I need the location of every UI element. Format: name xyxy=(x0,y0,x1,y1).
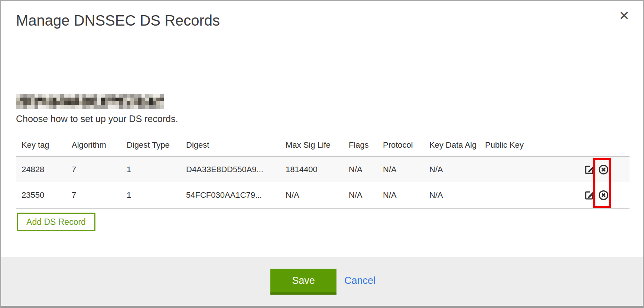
col-header-key-data-alg: Key Data Alg xyxy=(424,134,479,156)
manage-dnssec-modal: Manage DNSSEC DS Records ✕ Choose how to… xyxy=(0,0,644,308)
redacted-domain-name xyxy=(16,94,164,109)
cell-digest-type: 1 xyxy=(121,156,180,182)
cell-key-data-alg: N/A xyxy=(424,156,479,182)
edit-pencil-icon xyxy=(584,164,595,175)
save-button[interactable]: Save xyxy=(270,269,336,295)
cell-actions xyxy=(583,182,630,208)
cell-key-tag: 23550 xyxy=(16,182,66,208)
col-header-max-sig-life: Max Sig Life xyxy=(280,134,343,156)
delete-circle-x-icon xyxy=(598,164,609,175)
cell-protocol: N/A xyxy=(377,156,424,182)
table-row: 23550 7 1 54FCF030AA1C79... N/A N/A N/A … xyxy=(16,182,630,208)
col-header-digest-type: Digest Type xyxy=(121,134,180,156)
col-header-algorithm: Algorithm xyxy=(66,134,121,156)
edit-record-button[interactable] xyxy=(583,164,595,176)
modal-footer: Save Cancel xyxy=(1,257,643,306)
edit-record-button[interactable] xyxy=(583,189,595,201)
cell-actions xyxy=(583,156,630,182)
ds-records-table: Key tag Algorithm Digest Type Digest Max… xyxy=(16,134,630,209)
add-ds-record-button[interactable]: Add DS Record xyxy=(17,213,95,231)
cancel-link[interactable]: Cancel xyxy=(344,275,375,286)
col-header-actions xyxy=(583,134,630,156)
col-header-protocol: Protocol xyxy=(377,134,424,156)
close-icon[interactable]: ✕ xyxy=(619,9,630,22)
col-header-flags: Flags xyxy=(343,134,377,156)
cell-public-key xyxy=(479,156,583,182)
page-title: Manage DNSSEC DS Records xyxy=(16,12,220,29)
cell-digest: D4A33E8DD550A9... xyxy=(180,156,280,182)
cell-max-sig-life: 1814400 xyxy=(280,156,343,182)
delete-record-button[interactable] xyxy=(598,189,609,201)
table-header-row: Key tag Algorithm Digest Type Digest Max… xyxy=(16,134,630,156)
cell-algorithm: 7 xyxy=(66,156,121,182)
cell-max-sig-life: N/A xyxy=(280,182,343,208)
table-row: 24828 7 1 D4A33E8DD550A9... 1814400 N/A … xyxy=(16,156,630,182)
cell-protocol: N/A xyxy=(377,182,424,208)
cell-digest: 54FCF030AA1C79... xyxy=(180,182,280,208)
cell-digest-type: 1 xyxy=(121,182,180,208)
delete-circle-x-icon xyxy=(598,190,609,201)
cell-key-data-alg: N/A xyxy=(424,182,479,208)
col-header-public-key: Public Key xyxy=(479,134,583,156)
cell-key-tag: 24828 xyxy=(16,156,66,182)
col-header-digest: Digest xyxy=(180,134,280,156)
edit-pencil-icon xyxy=(584,190,595,201)
instruction-text: Choose how to set up your DS records. xyxy=(16,114,178,124)
cell-algorithm: 7 xyxy=(66,182,121,208)
delete-record-button[interactable] xyxy=(598,164,609,176)
cell-flags: N/A xyxy=(343,182,377,208)
col-header-key-tag: Key tag xyxy=(16,134,66,156)
cell-public-key xyxy=(479,182,583,208)
cell-flags: N/A xyxy=(343,156,377,182)
